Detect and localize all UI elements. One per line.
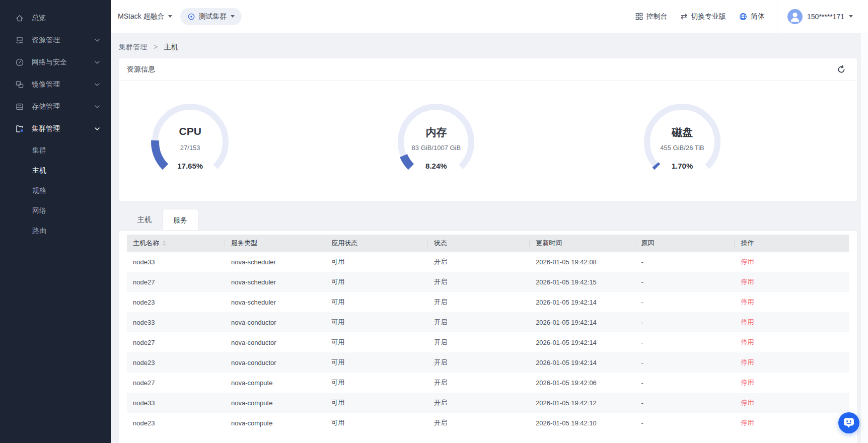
location-pin-icon [187,13,195,21]
storage-icon [15,102,24,111]
cell-status: 开启 [428,352,530,373]
tab-hosts[interactable]: 主机 [127,209,162,230]
cell-reason: - [635,332,735,352]
sidebar-item-network-security[interactable]: 网络与安全 [0,51,111,73]
sort-icon[interactable] [162,240,166,246]
disable-action-link[interactable]: 停用 [741,358,754,366]
cell-host: node33 [127,393,225,413]
col-header-app-status: 应用状态 [325,235,428,252]
sidebar-subitem-cluster[interactable]: 集群 [0,140,111,160]
swap-arrows-icon: ⇄ [681,13,687,21]
disable-action-link[interactable]: 停用 [741,379,754,386]
caret-down-icon [231,15,235,18]
disable-action-link[interactable]: 停用 [741,399,754,406]
cell-updated-at: 2026-01-05 19:42:14 [530,292,635,312]
disable-action-link[interactable]: 停用 [741,338,754,346]
sidebar-subitem-host[interactable]: 主机 [0,160,111,180]
table-row: node33nova-compute可用开启2026-01-05 19:42:1… [127,393,849,413]
disable-action-link[interactable]: 停用 [741,258,754,265]
cell-updated-at: 2026-01-05 19:42:12 [530,393,635,413]
table-row: node23nova-scheduler可用开启2026-01-05 19:42… [127,292,849,312]
scrollbar-gutter[interactable] [860,33,868,443]
sidebar-item-overview[interactable]: 总览 [0,7,111,29]
sidebar-item-label: 网络与安全 [32,58,67,67]
sidebar-item-resources[interactable]: 资源管理 [0,29,111,51]
cell-updated-at: 2026-01-05 19:42:14 [530,312,635,332]
cell-app-status: 可用 [325,352,428,373]
topbar: MStack 超融合 测试集群 控制台 ⇄ 切换专业版 简体 [111,0,868,33]
gauge-value: 83 GiB/1007 GiB [376,144,496,152]
cell-status: 开启 [428,292,530,312]
cell-status: 开启 [428,252,530,272]
product-switcher[interactable]: MStack 超融合 [118,12,172,21]
gauge-value: 27/153 [130,144,251,152]
gauge-value: 455 GiB/26 TiB [622,144,743,152]
breadcrumb: 集群管理 > 主机 [119,33,857,58]
cluster-name: 测试集群 [199,12,227,21]
caret-down-icon [849,15,853,18]
sidebar-subitem-flavor[interactable]: 规格 [0,180,111,200]
refresh-icon[interactable] [837,65,846,74]
service-table-body: node33nova-scheduler可用开启2026-01-05 19:42… [127,252,849,433]
col-header-action: 操作 [735,235,849,252]
cell-host: node23 [127,413,225,433]
cell-updated-at: 2026-01-05 19:42:10 [530,413,635,433]
cell-app-status: 可用 [325,393,428,413]
cell-updated-at: 2026-01-05 19:42:15 [530,272,635,292]
gauge-percent: 17.65% [150,162,231,170]
sidebar-item-images[interactable]: 镜像管理 [0,73,111,96]
cell-action: 停用 [735,332,849,352]
chevron-down-icon [95,39,100,42]
sidebar-item-clusters[interactable]: 集群管理 [0,118,111,140]
language-button[interactable]: 简体 [739,12,765,21]
sidebar-subitem-router[interactable]: 路由 [0,220,111,241]
cluster-selector[interactable]: 测试集群 [180,8,242,25]
console-grid-icon [635,13,643,20]
table-row: node23nova-compute可用开启2026-01-05 19:42:1… [127,413,849,433]
sidebar-subitem-network[interactable]: 网络 [0,200,111,220]
disable-action-link[interactable]: 停用 [741,298,754,306]
switch-pro-button[interactable]: ⇄ 切换专业版 [681,12,726,21]
user-menu[interactable]: 150*****171 [787,9,853,24]
product-name: MStack 超融合 [118,12,165,21]
cell-service-type: nova-scheduler [225,292,325,312]
chevron-down-icon [95,127,100,130]
cell-app-status: 可用 [325,292,428,312]
chevron-down-icon [95,105,100,108]
cell-reason: - [635,393,735,413]
gauge-percent: 8.24% [396,162,476,170]
home-icon [15,14,24,23]
gauge-cpu-chart: CPU27/15317.65% [150,102,231,182]
gauge-percent: 1.70% [642,162,722,170]
cell-reason: - [635,292,735,312]
cell-service-type: nova-compute [225,393,325,413]
cell-host: node23 [127,352,225,373]
gauge-title: 内存 [396,125,476,139]
gauges-row: CPU27/15317.65%内存83 GiB/1007 GiB8.24%磁盘4… [119,81,857,201]
service-table: 主机名称 服务类型 应用状态 状态 更新时间 原因 操作 no [127,235,849,433]
breadcrumb-current: 主机 [164,43,178,51]
topbar-divider [777,0,777,33]
cell-action: 停用 [735,413,849,433]
chat-bubble-icon [838,412,859,433]
disable-action-link[interactable]: 停用 [741,278,754,285]
disable-action-link[interactable]: 停用 [741,318,754,326]
tab-services[interactable]: 服务 [162,209,198,230]
table-row: node27nova-conductor可用开启2026-01-05 19:42… [127,332,849,352]
console-button[interactable]: 控制台 [635,12,668,21]
sidebar-item-storage[interactable]: 存储管理 [0,96,111,118]
chat-button[interactable] [838,412,859,433]
breadcrumb-cluster-mgmt[interactable]: 集群管理 [119,43,147,51]
cell-action: 停用 [735,252,849,272]
tabs-bar: 主机 服务 [119,209,857,231]
cell-app-status: 可用 [325,373,428,393]
disable-action-link[interactable]: 停用 [741,419,754,426]
col-header-host: 主机名称 [127,235,225,252]
avatar [787,9,803,24]
globe-icon [739,13,747,21]
username: 150*****171 [807,13,844,21]
col-header-updated-at: 更新时间 [530,235,635,252]
cell-app-status: 可用 [325,312,428,332]
gauge-disk-chart: 磁盘455 GiB/26 TiB1.70% [642,102,722,182]
resource-icon [15,36,24,45]
